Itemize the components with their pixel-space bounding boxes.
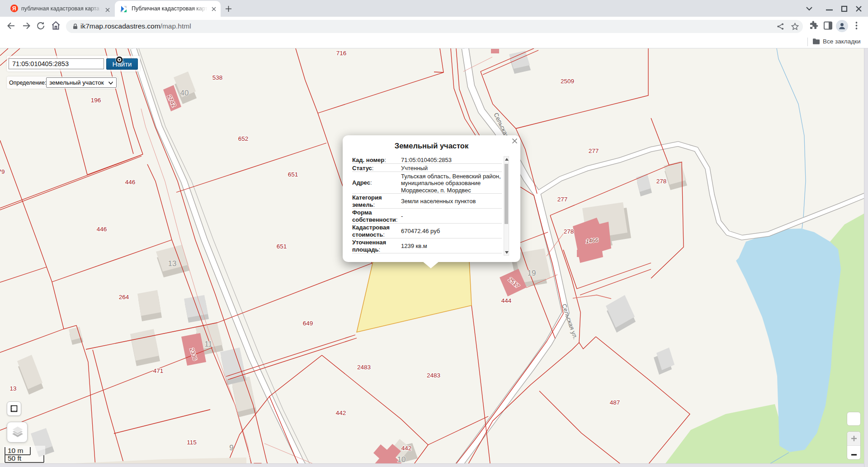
svg-text:651: 651 bbox=[277, 243, 287, 250]
svg-text:278: 278 bbox=[656, 178, 667, 185]
svg-text:13: 13 bbox=[168, 259, 177, 268]
svg-text:50 ft: 50 ft bbox=[8, 454, 22, 462]
svg-text:115: 115 bbox=[187, 439, 197, 446]
svg-text:538: 538 bbox=[212, 74, 223, 81]
svg-text:442: 442 bbox=[336, 410, 346, 416]
svg-text:9: 9 bbox=[229, 443, 233, 452]
svg-text:2509: 2509 bbox=[561, 78, 574, 85]
svg-text:277: 277 bbox=[557, 196, 568, 203]
svg-text:471: 471 bbox=[153, 367, 164, 374]
svg-text:2483: 2483 bbox=[427, 372, 440, 379]
svg-text:10: 10 bbox=[397, 455, 406, 463]
svg-text:278: 278 bbox=[564, 228, 574, 235]
svg-text:196: 196 bbox=[91, 97, 101, 104]
svg-text:446: 446 bbox=[97, 226, 107, 233]
svg-text:40: 40 bbox=[180, 89, 189, 97]
svg-text:264: 264 bbox=[119, 294, 129, 300]
svg-text:19: 19 bbox=[528, 269, 536, 277]
svg-text:649: 649 bbox=[303, 320, 313, 327]
svg-text:79: 79 bbox=[0, 168, 5, 175]
svg-text:487: 487 bbox=[610, 399, 620, 406]
svg-text:11: 11 bbox=[204, 340, 212, 348]
svg-text:442: 442 bbox=[401, 445, 412, 452]
svg-text:652: 652 bbox=[238, 135, 249, 142]
svg-text:446: 446 bbox=[125, 179, 136, 186]
svg-text:716: 716 bbox=[336, 50, 347, 57]
svg-text:444: 444 bbox=[501, 297, 512, 304]
svg-text:13: 13 bbox=[9, 385, 16, 392]
svg-text:2483: 2483 bbox=[357, 364, 371, 371]
svg-text:10 m: 10 m bbox=[8, 447, 23, 454]
svg-text:651: 651 bbox=[288, 171, 298, 178]
svg-text:277: 277 bbox=[589, 148, 599, 154]
